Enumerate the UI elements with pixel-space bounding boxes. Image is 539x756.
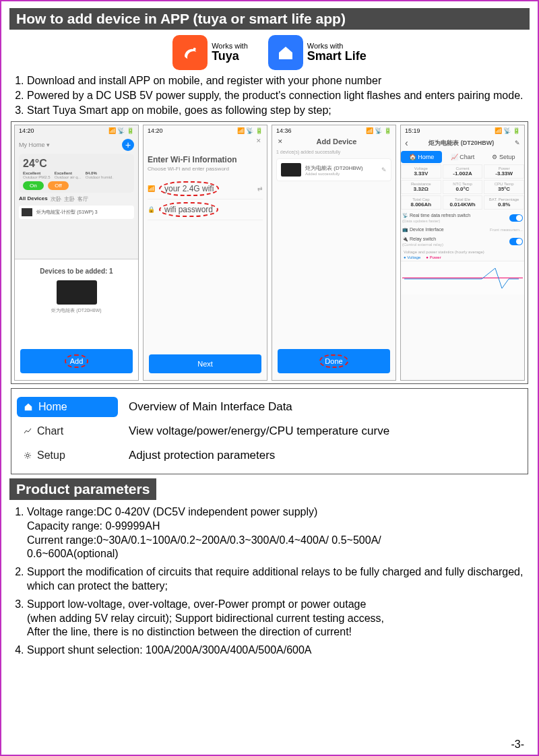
section-header-params: Product parameters (9, 478, 156, 500)
p2-pwd-field[interactable]: 🔒 wifi password (148, 199, 263, 220)
add-icon[interactable]: + (122, 139, 134, 151)
p4-data-grid: Voltage3.33V Current-1.002A Power-3.33W … (401, 164, 524, 210)
close-icon[interactable]: ✕ (278, 138, 283, 145)
p4-relay-row: 🔌 Relay switch(Control external relay) (401, 234, 524, 249)
phone-screenshots: 14:20📶 📡 🔋 My Home ▾ + 24°C ExcellentOut… (11, 121, 528, 384)
p4-status-icons: 📶 📡 🔋 (495, 127, 520, 134)
p1-modal-title: Devices to be added: 1 (20, 267, 133, 275)
p3-done-button[interactable]: Done (278, 349, 390, 373)
toggle-refresh[interactable] (509, 214, 523, 222)
edit-icon[interactable]: ✎ (515, 139, 520, 146)
p1-home-dropdown[interactable]: My Home ▾ (19, 141, 50, 148)
app-logo-row: Works with Tuya Works with Smart Life (9, 35, 530, 70)
p1-tab-all[interactable]: All Devices (19, 195, 48, 203)
p1-off-button[interactable]: Off (48, 181, 69, 190)
param-4: Support shunt selection: 100A/200A/300A/… (27, 643, 526, 658)
smartlife-name: Smart Life (307, 49, 367, 63)
phone-1-home: 14:20📶 📡 🔋 My Home ▾ + 24°C ExcellentOut… (14, 125, 139, 381)
p3-device-card: 炬为电能表 (DT20HBW) Added successfully ✎ (276, 158, 391, 181)
setup-steps: Download and install APP on mobile, and … (12, 74, 527, 117)
p2-wifi-value: your 2.4G wifi (159, 181, 219, 196)
p4-title: 炬为电能表 (DT20HBW) (408, 139, 515, 148)
p1-weather-card: 24°C ExcellentOutdoor PM2.5 ExcellentOut… (19, 154, 134, 193)
p2-pwd-value: wifi password (159, 202, 218, 217)
p1-add-button[interactable]: Add (20, 349, 133, 373)
phone-4-detail: 15:19📶 📡 🔋 ‹ 炬为电能表 (DT20HBW) ✎ 🏠 Home 📈 … (400, 125, 525, 381)
section-header-add-device: How to add device in APP (tuya or smart … (9, 8, 530, 30)
p4-tab-home[interactable]: 🏠 Home (401, 151, 442, 163)
p4-refresh-row: 📡 Real time data refresh switch(Data upd… (401, 211, 524, 225)
param-list: Voltage range:DC 0-420V (DC5V independen… (13, 505, 526, 658)
smartlife-text: Works with Smart Life (307, 42, 367, 63)
p4-chart (401, 261, 524, 294)
p1-temp: 24°C (23, 158, 130, 170)
home-icon (24, 402, 33, 412)
p2-next-button[interactable]: Next (149, 354, 261, 373)
tuya-text: Works with Tuya (212, 42, 248, 63)
p3-status-icons: 📶 📡 🔋 (366, 127, 391, 134)
param-2: Support the modification of circuits tha… (27, 565, 526, 594)
svg-point-1 (26, 454, 29, 457)
p4-tab-setup[interactable]: ⚙ Setup (483, 151, 524, 163)
lock-icon: 🔒 (148, 206, 155, 213)
page-number: -3- (511, 738, 524, 751)
p3-thumb (281, 163, 301, 177)
p4-legend-v: Voltage (407, 255, 420, 259)
tuya-icon (172, 35, 208, 70)
legend-setup-pill: Setup (17, 445, 118, 466)
p1-on-button[interactable]: On (23, 181, 44, 190)
p1-add-modal: Devices to be added: 1 炬为电能表 (DT20H8W) A… (15, 259, 138, 380)
toggle-relay[interactable] (509, 238, 523, 245)
p1-device-thumb (57, 280, 97, 305)
p2-wifi-field[interactable]: 📶 your 2.4G wifi ⇄ (148, 179, 263, 199)
param-1: Voltage range:DC 0-420V (DC5V independen… (27, 505, 526, 561)
p4-interface-row[interactable]: 📺 Device Interface Front measurem... (401, 225, 524, 234)
chart-icon (24, 427, 32, 435)
tabs-legend: Home Overview of Main Interface Data Cha… (11, 388, 528, 474)
p2-subtitle: Choose Wi-Fi and enter password (148, 166, 263, 172)
p2-status-icons: 📶 📡 🔋 (237, 127, 263, 134)
legend-home-label: Home (38, 401, 67, 413)
p3-devname: 炬为电能表 (DT20HBW) (305, 164, 363, 172)
p1-modal-devname: 炬为电能表 (DT20H8W) (20, 307, 133, 314)
legend-chart-pill: Chart (17, 421, 118, 441)
step-3: Start Tuya Smart app on mobile, goes as … (27, 104, 527, 117)
p3-time: 14:36 (276, 127, 292, 134)
wifi-icon: 📶 (148, 185, 155, 192)
legend-setup-desc: Adjust protection parameters (129, 449, 275, 462)
smartlife-icon (268, 35, 303, 70)
close-icon[interactable]: ✕ (144, 136, 267, 146)
legend-chart-label: Chart (37, 425, 63, 437)
p1-device-row[interactable]: 炬为电能宝-计控型 (S1WP) 3 (19, 206, 134, 219)
p4-tab-chart[interactable]: 📈 Chart (442, 151, 483, 163)
p1-status-icons: 📶 📡 🔋 (108, 127, 134, 134)
p4-chart-title: Voltage and power statistics (hourly ave… (401, 249, 524, 255)
legend-chart-desc: View voltage/power/energy/CPU temperatur… (129, 424, 389, 438)
phone-2-wifi: 14:20📶 📡 🔋 ✕ Enter Wi-Fi Information Cho… (143, 125, 267, 381)
legend-setup-label: Setup (37, 449, 65, 462)
legend-home-pill: Home (17, 397, 118, 417)
smartlife-logo-block: Works with Smart Life (268, 35, 367, 70)
p4-legend-p: Power (430, 255, 441, 259)
legend-home-desc: Overview of Main Interface Data (129, 400, 292, 414)
edit-icon[interactable]: ✎ (381, 166, 387, 173)
param-3: Support low-voltage, over-voltage, over-… (27, 598, 526, 639)
p1-time: 14:20 (19, 127, 34, 134)
p3-sub: 1 device(s) added successfully (276, 150, 391, 154)
swap-icon[interactable]: ⇄ (257, 185, 263, 192)
gear-icon (24, 451, 32, 460)
p3-devsub: Added successfully (305, 172, 363, 176)
tuya-logo-block: Works with Tuya (172, 35, 248, 70)
tuya-name: Tuya (212, 49, 239, 63)
svg-point-0 (193, 48, 196, 51)
step-1: Download and install APP on mobile, and … (27, 74, 527, 88)
phone-3-done: 14:36📶 📡 🔋 ✕ Add Device 1 device(s) adde… (272, 125, 396, 381)
p2-title: Enter Wi-Fi Information (148, 155, 263, 164)
step-2: Powered by a DC USB 5V power supply, the… (27, 89, 527, 102)
p2-time: 14:20 (148, 127, 163, 134)
p3-title: Add Device (283, 137, 390, 146)
p4-time: 15:19 (405, 127, 420, 134)
